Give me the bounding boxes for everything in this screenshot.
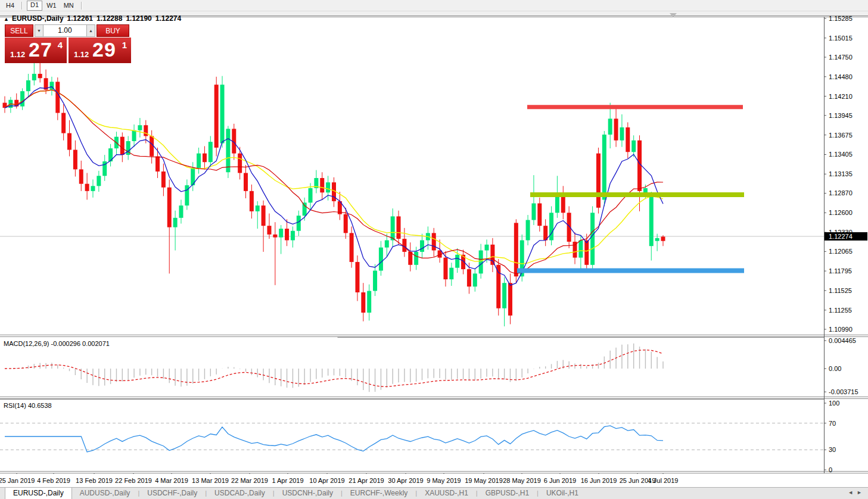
axis-label: 1.13945 xyxy=(829,112,853,119)
one-click-trading-panel: SELL ▼ 1.00 ▲ BUY 1.12 27 4 1.12 29 1 xyxy=(5,24,132,63)
date-axis-label: 9 May 2019 xyxy=(427,477,461,484)
date-axis-label: 19 May 2019 xyxy=(465,477,503,484)
axis-label: 0.004465 xyxy=(829,337,856,344)
chart-tab-usdchf-daily[interactable]: USDCHF-,Daily xyxy=(139,488,205,499)
date-axis-label: 4 Mar 2019 xyxy=(155,477,188,484)
sell-price-digits: 27 xyxy=(29,38,52,61)
date-axis-label: 10 Apr 2019 xyxy=(309,477,344,484)
sell-price-pip: 4 xyxy=(58,40,63,50)
chart-shift-marker-icon[interactable] xyxy=(670,13,677,17)
axis-label: 1.12870 xyxy=(829,189,853,197)
chart-tab-ukoil-h1[interactable]: UKOil-,H1 xyxy=(539,488,586,499)
axis-label: 1.11525 xyxy=(829,287,852,294)
ohlc-high: 1.12288 xyxy=(97,14,122,23)
tab-scroll-arrows: ◄► xyxy=(848,489,866,495)
ma-yellow-line xyxy=(5,90,663,264)
macd-indicator-label: MACD(12,26,9) -0.000296 0.002071 xyxy=(4,340,110,347)
sell-button[interactable]: SELL xyxy=(5,24,33,37)
date-axis-label: 30 Apr 2019 xyxy=(388,477,423,484)
ohlc-low: 1.12190 xyxy=(126,14,151,23)
axis-label: 1.11255 xyxy=(829,307,852,314)
buy-button[interactable]: BUY xyxy=(97,24,129,37)
date-axis-label: 28 May 2019 xyxy=(503,477,541,484)
axis-label: 1.13675 xyxy=(829,132,853,139)
rsi-layer xyxy=(0,423,824,452)
axis-label: 1.14750 xyxy=(829,54,853,61)
axis-label: 1.13405 xyxy=(829,151,853,158)
collapse-panel-icon[interactable]: ▲ xyxy=(4,16,9,22)
axis-label: 1.12600 xyxy=(829,209,853,216)
ohlc-close: 1.12274 xyxy=(155,14,181,23)
macd-layer xyxy=(5,344,663,392)
volume-increase-icon[interactable]: ▲ xyxy=(86,24,95,37)
sell-price-box[interactable]: 1.12 27 4 xyxy=(5,38,67,63)
axis-label: -0.003715 xyxy=(829,388,858,395)
chart-tab-eurchf-weekly[interactable]: EURCHF-,Weekly xyxy=(343,488,415,499)
volume-decrease-icon[interactable]: ▼ xyxy=(35,24,43,37)
date-axis-label: 4 Feb 2019 xyxy=(37,477,70,484)
date-axis-label: 4 Jul 2019 xyxy=(648,477,679,484)
axis-label: 1.10990 xyxy=(829,326,853,333)
date-axis-label: 1 Apr 2019 xyxy=(272,477,303,484)
chart-tab-xauusd-h1[interactable]: XAUUSD-,H1 xyxy=(417,488,476,499)
chart-tab-eurusd-daily[interactable]: EURUSD-,Daily xyxy=(5,488,72,499)
chart-tab-gbpusd-h1[interactable]: GBPUSD-,H1 xyxy=(478,488,537,499)
axis-label: 1.12274 xyxy=(829,233,853,240)
chart-tabs: EURUSD-,DailyAUDUSD-,Daily|USDCHF-,Daily… xyxy=(0,488,586,499)
date-axis-label: 6 Jun 2019 xyxy=(544,477,576,484)
price-chart-svg: 1.152851.150151.147501.144801.142101.139… xyxy=(0,0,868,499)
chart-symbol-title: EURUSD-,Daily xyxy=(12,14,64,23)
date-axis-label: 22 Feb 2019 xyxy=(115,477,152,484)
date-axis-label: 22 Mar 2019 xyxy=(231,477,268,484)
rsi-line xyxy=(5,426,663,452)
axis-label: 1.13135 xyxy=(829,170,853,177)
axis-label: 0.00 xyxy=(829,365,841,372)
date-axis-label: 13 Feb 2019 xyxy=(76,477,113,484)
chart-tab-bar: EURUSD-,DailyAUDUSD-,Daily|USDCHF-,Daily… xyxy=(0,487,868,499)
macd-signal-line xyxy=(5,350,663,387)
date-axis[interactable]: 25 Jan 20194 Feb 201913 Feb 201922 Feb 2… xyxy=(0,474,868,487)
buy-price-digits: 29 xyxy=(92,38,116,61)
volume-spinner: ▼ 1.00 ▲ xyxy=(35,24,95,37)
sell-price-prefix: 1.12 xyxy=(10,50,25,59)
chart-tab-usdcad-daily[interactable]: USDCAD-,Daily xyxy=(207,488,273,499)
tab-scroll-left-icon[interactable]: ◄ xyxy=(848,489,857,495)
chart-tab-usdcnh-daily[interactable]: USDCNH-,Daily xyxy=(275,488,341,499)
buy-price-box[interactable]: 1.12 29 1 xyxy=(69,38,131,63)
tab-scroll-right-icon[interactable]: ► xyxy=(857,489,866,495)
date-axis-label: 16 Jun 2019 xyxy=(581,477,617,484)
chart-tab-audusd-daily[interactable]: AUDUSD-,Daily xyxy=(72,488,138,499)
axis-label: 0 xyxy=(829,466,832,473)
axis-label: 1.11795 xyxy=(829,267,852,275)
axis-label: 1.12065 xyxy=(829,248,853,255)
axis-label: 1.14210 xyxy=(829,93,853,100)
axis-label: 1.15015 xyxy=(829,35,853,42)
axis-label: 1.14480 xyxy=(829,73,853,80)
chart-canvas: 1.152851.150151.147501.144801.142101.139… xyxy=(0,0,868,499)
axis-label: 100 xyxy=(829,400,839,407)
buy-price-pip: 1 xyxy=(122,40,127,50)
axis-label: 30 xyxy=(829,446,836,453)
axis-label: 1.15285 xyxy=(829,15,853,22)
chart-title-bar: ▲EURUSD-,Daily1.122611.122881.121901.122… xyxy=(4,14,185,23)
ohlc-open: 1.12261 xyxy=(67,14,93,23)
axis-label: 70 xyxy=(829,420,836,427)
date-axis-label: 13 Mar 2019 xyxy=(192,477,229,484)
volume-input[interactable]: 1.00 xyxy=(43,24,86,37)
date-axis-label: 25 Jan 2019 xyxy=(0,477,35,484)
buy-price-prefix: 1.12 xyxy=(74,50,89,59)
rsi-indicator-label: RSI(14) 40.6538 xyxy=(4,402,52,409)
date-axis-label: 21 Apr 2019 xyxy=(349,477,384,484)
